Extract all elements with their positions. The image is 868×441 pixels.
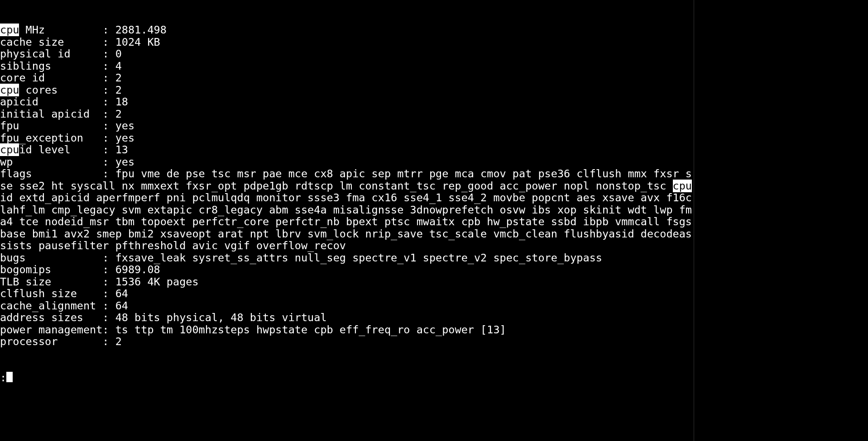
cursor [6, 372, 13, 383]
terminal-line: power management: ts ttp tm 100mhzsteps … [0, 324, 694, 336]
terminal-line: cpu MHz : 2881.498 [0, 24, 694, 36]
terminal-line: cache size : 1024 KB [0, 36, 694, 48]
terminal-line: core id : 2 [0, 72, 694, 84]
terminal-line-flags: flags : fpu vme de pse tsc msr pae mce c… [0, 168, 694, 252]
terminal-line: cpuid level : 13 [0, 144, 694, 156]
terminal-line: siblings : 4 [0, 60, 694, 72]
terminal-line: bogomips : 6989.08 [0, 264, 694, 276]
terminal-content: cpu MHz : 2881.498cache size : 1024 KBph… [0, 24, 694, 348]
terminal-line: cpu cores : 2 [0, 84, 694, 96]
pager-prompt-colon: : [0, 372, 6, 384]
terminal-line: fpu_exception : yes [0, 132, 694, 144]
terminal-line: wp : yes [0, 156, 694, 168]
terminal-viewport[interactable]: cpu MHz : 2881.498cache size : 1024 KBph… [0, 0, 694, 441]
terminal-line: address sizes : 48 bits physical, 48 bit… [0, 312, 694, 324]
terminal-line: bugs : fxsave_leak sysret_ss_attrs null_… [0, 252, 694, 264]
terminal-line: clflush size : 64 [0, 288, 694, 300]
terminal-line: physical id : 0 [0, 48, 694, 60]
terminal-line: initial apicid : 2 [0, 108, 694, 120]
pager-prompt-line[interactable]: : [0, 372, 694, 384]
terminal-line: fpu : yes [0, 120, 694, 132]
terminal-line: cache_alignment : 64 [0, 300, 694, 312]
terminal-line: processor : 2 [0, 336, 694, 348]
terminal-line: apicid : 18 [0, 96, 694, 108]
terminal-line: TLB size : 1536 4K pages [0, 276, 694, 288]
